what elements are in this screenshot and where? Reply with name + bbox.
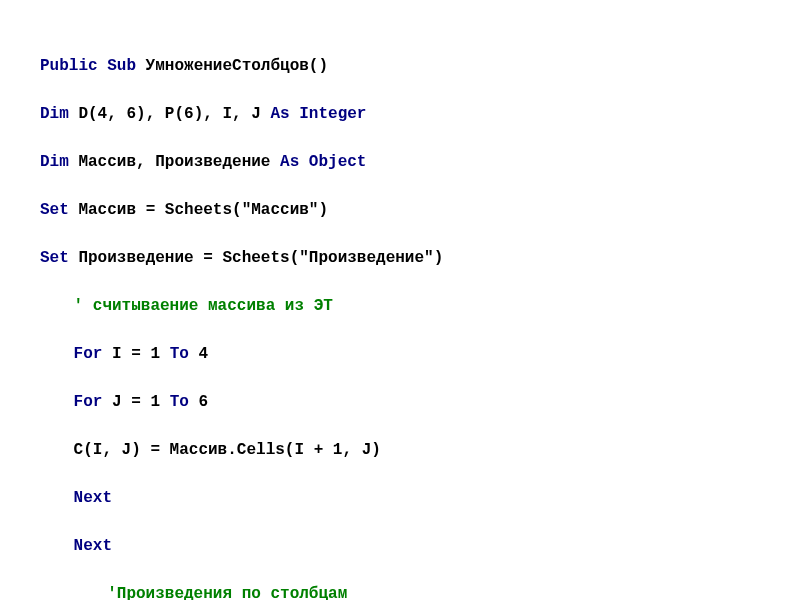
keyword: For [74, 393, 103, 411]
code-text: 6 [189, 393, 208, 411]
code-line: For J = 1 To 6 [40, 390, 760, 414]
code-line: Set Произведение = Scheets("Произведение… [40, 246, 760, 270]
code-text: УмножениеСтолбцов() [136, 57, 328, 75]
keyword: Public Sub [40, 57, 136, 75]
keyword: Dim [40, 105, 69, 123]
code-text: Массив, Произведение [69, 153, 280, 171]
code-line: C(I, J) = Массив.Cells(I + 1, J) [40, 438, 760, 462]
code-line: 'Произведения по столбцам [40, 582, 760, 600]
code-text: J = 1 [102, 393, 169, 411]
code-block: Public Sub УмножениеСтолбцов() Dim D(4, … [40, 30, 760, 600]
keyword: As Integer [270, 105, 366, 123]
keyword: Dim [40, 153, 69, 171]
keyword: As Object [280, 153, 366, 171]
code-line: Set Массив = Scheets("Массив") [40, 198, 760, 222]
code-line: ' считываение массива из ЭТ [40, 294, 760, 318]
code-text: Массив = Scheets("Массив") [69, 201, 328, 219]
code-line: Public Sub УмножениеСтолбцов() [40, 54, 760, 78]
keyword: Next [74, 489, 112, 507]
code-line: Dim D(4, 6), P(6), I, J As Integer [40, 102, 760, 126]
code-line: For I = 1 To 4 [40, 342, 760, 366]
code-line: Next [40, 486, 760, 510]
code-line: Next [40, 534, 760, 558]
keyword: To [170, 393, 189, 411]
code-text: Произведение = Scheets("Произведение") [69, 249, 443, 267]
code-text: 4 [189, 345, 208, 363]
keyword: Next [74, 537, 112, 555]
keyword: To [170, 345, 189, 363]
code-text: C(I, J) = Массив.Cells(I + 1, J) [74, 441, 381, 459]
code-text: I = 1 [102, 345, 169, 363]
keyword: For [74, 345, 103, 363]
code-line: Dim Массив, Произведение As Object [40, 150, 760, 174]
comment: ' считываение массива из ЭТ [74, 297, 333, 315]
code-text: D(4, 6), P(6), I, J [69, 105, 271, 123]
keyword: Set [40, 201, 69, 219]
comment: 'Произведения по столбцам [107, 585, 347, 600]
keyword: Set [40, 249, 69, 267]
